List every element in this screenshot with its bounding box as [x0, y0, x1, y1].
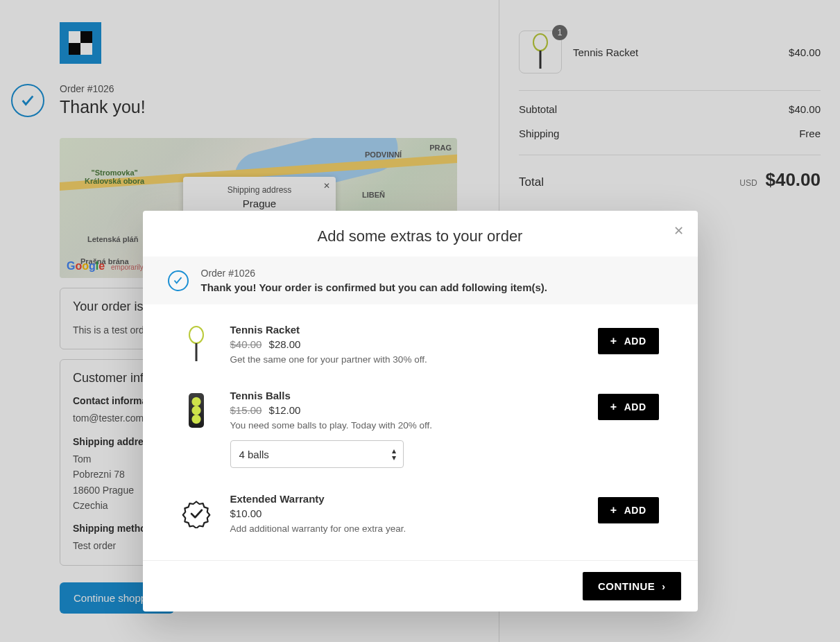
price: $28.00 — [269, 338, 301, 350]
extra-description: You need some balls to play. Today with … — [230, 420, 578, 431]
warranty-icon — [182, 496, 211, 532]
chevron-right-icon: › — [662, 581, 665, 592]
tennis-balls-icon — [189, 393, 204, 428]
add-button[interactable]: + ADD — [598, 497, 659, 523]
svg-rect-3 — [195, 343, 197, 361]
modal-confirm-text: Thank you! Your order is confirmed but y… — [201, 281, 547, 293]
continue-button[interactable]: CONTINUE › — [583, 572, 681, 600]
modal-overlay[interactable]: Add some extras to your order ✕ Order #1… — [0, 0, 840, 642]
extra-item: Tennis Racket $40.00 $28.00 Get the same… — [182, 311, 659, 377]
price: $12.00 — [269, 404, 301, 416]
add-label: ADD — [624, 336, 646, 347]
extra-item: Tennis Balls $15.00 $12.00 You need some… — [182, 377, 659, 480]
extra-name: Tennis Balls — [230, 390, 578, 401]
modal-order-number: Order #1026 — [201, 268, 547, 279]
plus-icon: + — [610, 504, 617, 517]
continue-label: CONTINUE — [598, 580, 655, 592]
old-price: $40.00 — [230, 338, 262, 350]
select-value: 4 balls — [239, 449, 269, 460]
svg-point-2 — [189, 327, 203, 343]
plus-icon: + — [610, 335, 617, 347]
checkmark-icon — [168, 270, 189, 291]
old-price: $15.00 — [230, 404, 262, 416]
extra-description: Add additional warranty for one extra ye… — [230, 523, 578, 534]
close-icon[interactable]: ✕ — [674, 223, 684, 238]
product-thumbnail — [182, 327, 211, 363]
product-thumbnail — [182, 392, 211, 428]
modal-title: Add some extras to your order — [164, 227, 677, 245]
extra-name: Extended Warranty — [230, 493, 578, 505]
caret-icon: ▴▾ — [392, 447, 396, 461]
extra-name: Tennis Racket — [230, 324, 578, 336]
extras-modal: Add some extras to your order ✕ Order #1… — [143, 211, 698, 611]
extra-item: Extended Warranty $10.00 Add additional … — [182, 480, 659, 546]
plus-icon: + — [610, 401, 617, 413]
quantity-select[interactable]: 4 balls ▴▾ — [230, 440, 404, 468]
extra-description: Get the same one for your partner with 3… — [230, 354, 578, 365]
add-button[interactable]: + ADD — [598, 328, 659, 354]
add-label: ADD — [624, 401, 646, 413]
add-button[interactable]: + ADD — [598, 394, 659, 420]
price: $10.00 — [230, 507, 262, 519]
add-label: ADD — [624, 505, 646, 516]
